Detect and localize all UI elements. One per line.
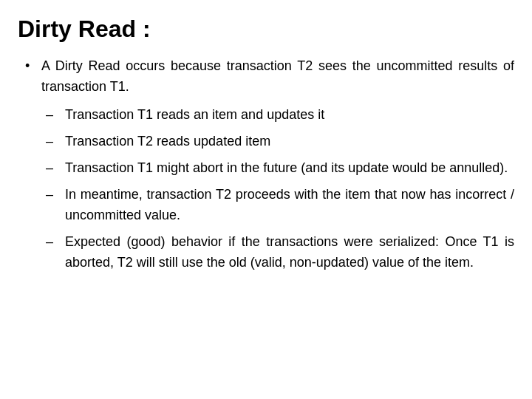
main-bullet-text: A Dirty Read occurs because transaction … [41,56,514,98]
sub-symbol-3: – [46,158,65,179]
sub-text-3: Transaction T1 might abort in the future… [65,158,508,179]
sub-item-3: – Transaction T1 might abort in the futu… [46,158,514,179]
main-bullet: • A Dirty Read occurs because transactio… [25,56,514,98]
sub-symbol-5: – [46,232,65,253]
sub-items-list: – Transaction T1 reads an item and updat… [25,105,514,273]
sub-item-5: – Expected (good) behavior if the transa… [46,232,514,273]
sub-text-5: Expected (good) behavior if the transact… [65,232,514,273]
sub-item-1: – Transaction T1 reads an item and updat… [46,105,514,126]
sub-text-1: Transaction T1 reads an item and updates… [65,105,324,126]
sub-text-2: Transaction T2 reads updated item [65,132,270,152]
sub-item-2: – Transaction T2 reads updated item [46,132,514,152]
page-title: Dirty Read : [18,15,514,43]
sub-symbol-2: – [46,132,65,152]
main-content: • A Dirty Read occurs because transactio… [18,56,514,273]
sub-item-4: – In meantime, transaction T2 proceeds w… [46,185,514,226]
sub-symbol-4: – [46,185,65,205]
sub-text-4: In meantime, transaction T2 proceeds wit… [65,185,514,226]
bullet-symbol: • [25,56,41,76]
sub-symbol-1: – [46,105,65,126]
